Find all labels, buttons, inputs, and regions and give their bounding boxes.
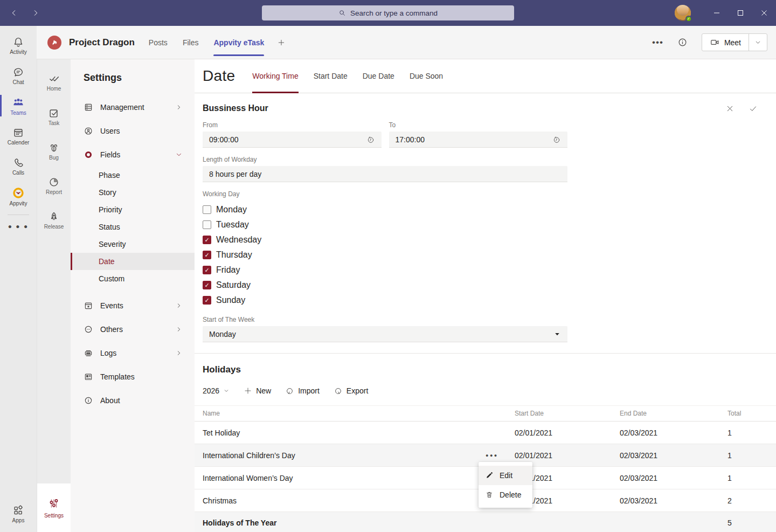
- export-button[interactable]: Export: [334, 386, 368, 396]
- etask-rail: Home Task Bug Report: [37, 59, 71, 532]
- checkbox-checked-icon[interactable]: ✓: [203, 296, 211, 305]
- table-header: Name Start Date End Date Total: [195, 405, 776, 422]
- column-name[interactable]: Name: [203, 410, 515, 417]
- tab-working-time[interactable]: Working Time: [252, 59, 298, 93]
- cancel-button[interactable]: [725, 104, 735, 113]
- column-total[interactable]: Total: [728, 410, 776, 417]
- etask-rail-bug[interactable]: Bug: [37, 134, 71, 168]
- tab-start-date[interactable]: Start Date: [314, 59, 348, 93]
- checkbox-checked-icon[interactable]: ✓: [203, 266, 211, 274]
- channel-info-button[interactable]: [677, 37, 688, 47]
- checkbox-monday[interactable]: Monday: [203, 202, 567, 217]
- etask-rail-task[interactable]: Task: [37, 99, 71, 134]
- to-time-input[interactable]: 17:00:00: [389, 132, 568, 148]
- minimize-button[interactable]: [705, 0, 729, 26]
- settings-nav-about[interactable]: About: [71, 389, 195, 412]
- checkbox-friday[interactable]: ✓ Friday: [203, 262, 567, 278]
- checkbox-checked-icon[interactable]: ✓: [203, 251, 211, 259]
- checkbox-unchecked-icon[interactable]: [203, 220, 211, 229]
- user-icon: [84, 126, 93, 136]
- from-time-input[interactable]: 09:00:00: [203, 132, 382, 148]
- rail-item-calendar[interactable]: Calender: [0, 121, 37, 151]
- tab-due-date[interactable]: Due Date: [363, 59, 394, 93]
- info-icon: [677, 37, 688, 47]
- etask-rail-release[interactable]: Release: [37, 203, 71, 237]
- tab-due-soon[interactable]: Due Soon: [410, 59, 443, 93]
- search-icon: [338, 9, 346, 17]
- settings-nav-management[interactable]: Management: [71, 95, 195, 119]
- checkbox-checked-icon[interactable]: ✓: [203, 281, 211, 289]
- dropdown-arrow-icon: [553, 330, 561, 338]
- settings-nav-priority[interactable]: Priority: [71, 201, 195, 218]
- meet-button[interactable]: Meet: [702, 34, 749, 51]
- tab-appvity-etask[interactable]: Appvity eTask: [213, 26, 264, 59]
- tab-posts[interactable]: Posts: [149, 26, 168, 59]
- delete-menu-item[interactable]: Delete: [479, 485, 532, 505]
- search-placeholder: Search or type a command: [350, 9, 438, 17]
- settings-nav-story[interactable]: Story: [71, 184, 195, 201]
- search-input[interactable]: Search or type a command: [262, 5, 514, 20]
- pie-chart-icon: [48, 176, 60, 188]
- template-icon: [84, 372, 93, 382]
- column-end-date[interactable]: End Date: [620, 410, 728, 417]
- calendar-icon: [12, 127, 24, 139]
- tab-files[interactable]: Files: [183, 26, 199, 59]
- camera-icon: [710, 37, 720, 47]
- back-button[interactable]: [8, 6, 20, 19]
- etask-rail-settings[interactable]: Settings: [37, 483, 71, 532]
- settings-nav-phase[interactable]: Phase: [71, 167, 195, 184]
- avatar[interactable]: ✓: [675, 5, 691, 21]
- rocket-icon: [48, 211, 60, 223]
- etask-rail-home[interactable]: Home: [37, 65, 71, 99]
- team-name: Project Dragon: [69, 37, 135, 48]
- clock-icon[interactable]: [552, 135, 561, 144]
- column-start-date[interactable]: Start Date: [515, 410, 620, 417]
- rail-item-teams[interactable]: Teams: [0, 91, 37, 121]
- meet-dropdown-button[interactable]: [749, 34, 767, 51]
- table-summary-row: Holidays of The Year 5: [195, 512, 776, 532]
- checkbox-unchecked-icon[interactable]: [203, 205, 211, 214]
- settings-nav-logs[interactable]: Logs: [71, 341, 195, 365]
- clock-icon[interactable]: [366, 135, 375, 144]
- dragon-logo-icon: [50, 38, 59, 47]
- working-day-label: Working Day: [203, 190, 567, 198]
- rail-item-activity[interactable]: Activity: [0, 30, 37, 60]
- forward-button[interactable]: [29, 6, 42, 19]
- checkbox-sunday[interactable]: ✓ Sunday: [203, 293, 567, 308]
- rail-more-button[interactable]: ● ● ●: [8, 218, 29, 234]
- rail-item-chat[interactable]: Chat: [0, 60, 37, 91]
- bug-icon: [48, 142, 60, 154]
- settings-nav-others[interactable]: Others: [71, 317, 195, 341]
- channel-header: Project Dragon Posts Files Appvity eTask…: [37, 26, 776, 59]
- length-of-workday-input[interactable]: 8 hours per day: [203, 166, 567, 182]
- settings-nav-users[interactable]: Users: [71, 119, 195, 143]
- rail-item-apps[interactable]: Apps: [0, 499, 37, 529]
- settings-nav-custom[interactable]: Custom: [71, 270, 195, 287]
- checkbox-tuesday[interactable]: Tuesday: [203, 217, 567, 232]
- checkbox-wednesday[interactable]: ✓ Wednesday: [203, 232, 567, 247]
- add-tab-button[interactable]: [277, 38, 286, 47]
- etask-rail-report[interactable]: Report: [37, 168, 71, 203]
- settings-nav-status[interactable]: Status: [71, 218, 195, 236]
- edit-menu-item[interactable]: Edit: [479, 466, 532, 485]
- rail-item-appvity[interactable]: Appvity: [0, 181, 37, 211]
- save-button[interactable]: [749, 104, 758, 113]
- checkbox-checked-icon[interactable]: ✓: [203, 236, 211, 244]
- year-dropdown[interactable]: 2026: [203, 386, 230, 395]
- close-button[interactable]: [752, 0, 776, 26]
- maximize-button[interactable]: [729, 0, 752, 26]
- import-button[interactable]: Import: [285, 386, 320, 396]
- checkbox-saturday[interactable]: ✓ Saturday: [203, 278, 567, 293]
- settings-nav-severity[interactable]: Severity: [71, 236, 195, 253]
- settings-nav-fields[interactable]: Fields: [71, 143, 195, 167]
- start-of-week-dropdown[interactable]: Monday: [203, 326, 567, 342]
- row-more-button[interactable]: ●●●: [486, 453, 498, 458]
- settings-nav-templates[interactable]: Templates: [71, 365, 195, 389]
- checkbox-thursday[interactable]: ✓ Thursday: [203, 247, 567, 262]
- rail-item-calls[interactable]: Calls: [0, 151, 37, 181]
- date-settings-content: Date Working Time Start Date Due Date Du…: [195, 59, 776, 532]
- settings-nav-events[interactable]: Events: [71, 294, 195, 317]
- settings-nav-date[interactable]: Date: [71, 253, 195, 270]
- channel-more-button[interactable]: •••: [652, 37, 663, 48]
- new-button[interactable]: New: [244, 386, 271, 395]
